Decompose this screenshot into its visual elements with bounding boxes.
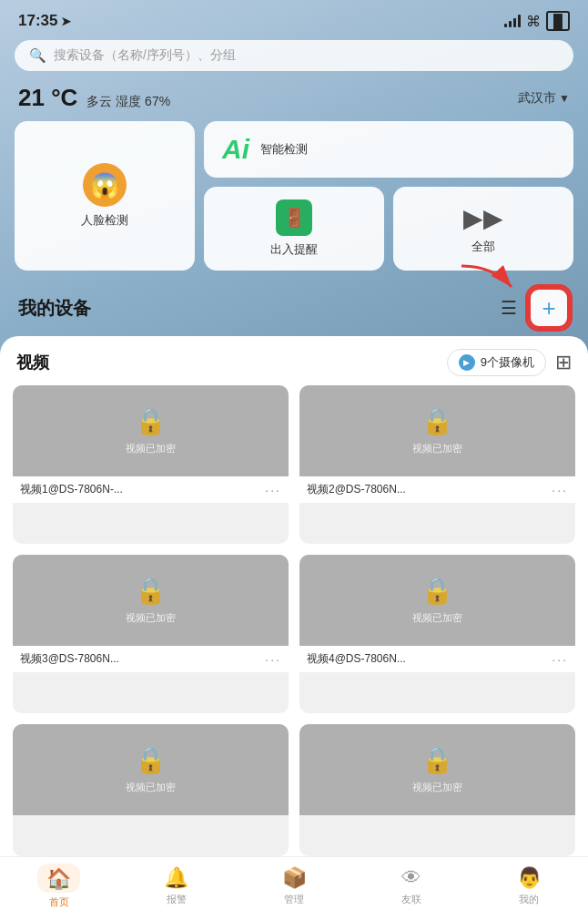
all-label: 全部 <box>471 239 495 255</box>
video-card-4[interactable]: 🔒 视频已加密 视频4@DS-7806N... ··· <box>299 555 575 713</box>
wifi-icon: ⌘ <box>526 13 541 30</box>
nav-home-label: 首页 <box>49 895 69 909</box>
video-name-2: 视频2@DS-7806N... <box>307 482 406 497</box>
video-menu-1[interactable]: ··· <box>265 483 281 497</box>
video-menu-2[interactable]: ··· <box>552 483 568 497</box>
encrypted-text-6: 视频已加密 <box>412 781 462 794</box>
video-grid: 🔒 视频已加密 视频1@DS-7806N-... ··· 🔒 视频已加密 视频2… <box>0 385 588 856</box>
nav-item-manage[interactable]: 📦 管理 <box>235 866 352 906</box>
friends-icon: 👁 <box>401 866 421 890</box>
weather-bar: 21 °C 多云 湿度 67% 武汉市 ▼ <box>0 80 588 121</box>
manage-icon: 📦 <box>282 866 307 890</box>
nav-friends-label: 友联 <box>401 893 421 906</box>
video-label-row-2: 视频2@DS-7806N... ··· <box>299 476 575 503</box>
video-name-3: 视频3@DS-7806N... <box>20 651 119 667</box>
device-panel: 视频 ▶ 9个摄像机 ⊞ 🔒 视频已加密 视频1@DS-7806N-... ··… <box>0 336 588 856</box>
lock-icon-1: 🔒 <box>135 406 167 436</box>
hamburger-button[interactable]: ☰ <box>501 297 517 319</box>
face-detect-label: 人脸检测 <box>81 212 128 229</box>
entry-alert-label: 出入提醒 <box>270 241 318 258</box>
video-thumb-6: 🔒 视频已加密 <box>299 724 575 815</box>
entry-icon: 🚪 <box>276 199 312 236</box>
video-thumb-3: 🔒 视频已加密 <box>13 555 289 646</box>
nav-alarm-label: 报警 <box>167 893 187 906</box>
city-name: 武汉市 <box>518 90 556 107</box>
time-display: 17:35 <box>18 12 57 30</box>
video-thumb-2: 🔒 视频已加密 <box>299 385 575 476</box>
encrypted-text-3: 视频已加密 <box>126 611 176 625</box>
video-label-row-3: 视频3@DS-7806N... ··· <box>13 646 289 672</box>
weather-city[interactable]: 武汉市 ▼ <box>518 90 570 107</box>
search-placeholder: 搜索设备（名称/序列号）、分组 <box>54 47 236 64</box>
video-card-2[interactable]: 🔒 视频已加密 视频2@DS-7806N... ··· <box>299 385 575 544</box>
all-card[interactable]: ▶▶ 全部 <box>393 187 573 271</box>
status-time: 17:35 ➤ <box>18 12 71 30</box>
search-bar[interactable]: 🔍 搜索设备（名称/序列号）、分组 <box>15 40 573 71</box>
face-detect-card[interactable]: 😱 人脸检测 <box>15 121 195 271</box>
video-name-4: 视频4@DS-7806N... <box>307 651 406 667</box>
red-arrow-indicator <box>457 261 521 294</box>
ai-detect-card[interactable]: Ai 智能检测 <box>204 121 573 178</box>
add-button-container: + <box>528 287 570 329</box>
profile-icon: 👨 <box>517 866 542 890</box>
nav-item-profile[interactable]: 👨 我的 <box>471 866 588 906</box>
video-menu-4[interactable]: ··· <box>552 652 568 667</box>
lock-icon-2: 🔒 <box>421 406 453 436</box>
add-device-button[interactable]: + <box>528 287 570 329</box>
video-thumb-1: 🔒 视频已加密 <box>13 385 289 476</box>
weather-desc: 多云 湿度 67% <box>86 94 170 110</box>
video-card-3[interactable]: 🔒 视频已加密 视频3@DS-7806N... ··· <box>13 555 289 713</box>
battery-icon: █ <box>546 11 570 31</box>
my-devices-actions: ☰ + <box>501 287 570 329</box>
encrypted-text-1: 视频已加密 <box>126 442 176 455</box>
encrypted-text-4: 视频已加密 <box>412 611 462 625</box>
nav-item-friends[interactable]: 👁 友联 <box>353 866 471 906</box>
video-section-header: 视频 ▶ 9个摄像机 ⊞ <box>0 336 588 385</box>
status-bar: 17:35 ➤ ⌘ █ <box>0 0 588 36</box>
camera-count-text: 9个摄像机 <box>481 354 534 371</box>
nav-manage-label: 管理 <box>284 893 304 906</box>
face-icon: 😱 <box>83 163 127 207</box>
home-icon: 🏠 <box>46 867 71 890</box>
nav-item-home[interactable]: 🏠 首页 <box>0 864 117 909</box>
grid-toggle-button[interactable]: ⊞ <box>555 351 572 374</box>
quick-menu: 😱 人脸检测 Ai 智能检测 🚪 出入提醒 ▶▶ 全部 <box>0 121 588 281</box>
nav-profile-label: 我的 <box>519 893 539 906</box>
all-icon: ▶▶ <box>463 203 503 233</box>
video-section-title: 视频 <box>16 352 49 373</box>
play-icon: ▶ <box>459 354 475 371</box>
weather-info: 21 °C 多云 湿度 67% <box>18 84 170 112</box>
video-label-row-1: 视频1@DS-7806N-... ··· <box>13 476 289 503</box>
location-arrow-icon: ➤ <box>61 15 71 28</box>
video-card-6[interactable]: 🔒 视频已加密 <box>299 724 575 856</box>
video-card-1[interactable]: 🔒 视频已加密 视频1@DS-7806N-... ··· <box>13 385 289 544</box>
entry-alert-card[interactable]: 🚪 出入提醒 <box>204 187 384 271</box>
video-name-1: 视频1@DS-7806N-... <box>20 482 123 497</box>
video-menu-3[interactable]: ··· <box>265 652 281 667</box>
alarm-icon: 🔔 <box>164 866 188 890</box>
chevron-down-icon: ▼ <box>559 92 570 105</box>
my-devices-header: 我的设备 ☰ + <box>0 281 588 336</box>
encrypted-text-2: 视频已加密 <box>412 442 462 455</box>
status-icons: ⌘ █ <box>504 11 570 31</box>
plus-icon: + <box>542 296 555 320</box>
video-label-row-4: 视频4@DS-7806N... ··· <box>299 646 575 672</box>
camera-count-button[interactable]: ▶ 9个摄像机 <box>447 349 546 376</box>
lock-icon-6: 🔒 <box>421 745 453 775</box>
encrypted-text-5: 视频已加密 <box>126 781 176 794</box>
my-devices-title: 我的设备 <box>18 296 91 321</box>
lock-icon-4: 🔒 <box>421 576 453 606</box>
video-card-5[interactable]: 🔒 视频已加密 <box>13 724 289 856</box>
search-icon: 🔍 <box>29 47 46 64</box>
lock-icon-3: 🔒 <box>135 576 167 606</box>
signal-icon <box>504 15 521 27</box>
video-thumb-5: 🔒 视频已加密 <box>13 724 289 815</box>
lock-icon-5: 🔒 <box>135 745 167 775</box>
bottom-nav: 🏠 首页 🔔 报警 📦 管理 👁 友联 👨 我的 <box>0 856 588 920</box>
video-thumb-4: 🔒 视频已加密 <box>299 555 575 646</box>
weather-temp: 21 °C <box>18 84 77 112</box>
nav-item-alarm[interactable]: 🔔 报警 <box>117 866 235 906</box>
ai-detect-label: 智能检测 <box>260 141 308 158</box>
ai-icon: Ai <box>222 134 249 165</box>
